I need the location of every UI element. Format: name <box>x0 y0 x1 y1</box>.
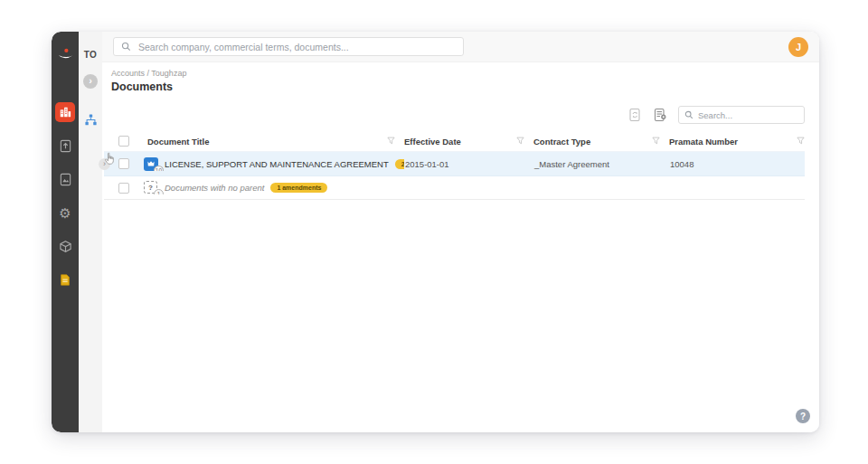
table-row[interactable]: ? 1 Documents with no parent 1 amendment… <box>104 176 805 200</box>
sidebar-item-companies[interactable] <box>55 102 75 122</box>
filter-icon[interactable] <box>387 137 395 147</box>
row-checkbox[interactable] <box>118 183 129 194</box>
document-image-icon <box>59 173 72 186</box>
sidebar-item-document-image[interactable] <box>55 169 75 189</box>
sidebar-item-packages[interactable] <box>55 236 75 256</box>
sidebar-item-settings[interactable]: ⚙ <box>55 203 75 223</box>
main-content: J Accounts / Toughzap Documents <box>102 32 819 432</box>
filter-icon[interactable] <box>652 137 660 147</box>
amendments-badge: 2 amendments <box>395 159 404 169</box>
search-icon <box>684 110 693 119</box>
app-window: ⚙ TO › <box>52 32 819 432</box>
row-checkbox[interactable] <box>118 158 129 169</box>
documents-table: Document Title Effective Date Contract T… <box>104 131 805 200</box>
page-title: Documents <box>111 80 819 93</box>
amendments-badge: 1 amendments <box>270 183 327 193</box>
document-settings-button[interactable] <box>653 108 667 122</box>
document-upload-icon <box>59 139 72 153</box>
col-effective-date: Effective Date <box>404 137 461 147</box>
help-button[interactable]: ? <box>796 409 810 423</box>
filter-icon[interactable] <box>797 137 805 147</box>
row-expand-button[interactable]: › <box>99 158 110 170</box>
sidebar-item-reports[interactable] <box>55 270 75 289</box>
cube-icon <box>59 240 72 253</box>
document-yellow-icon <box>59 273 71 287</box>
top-search-band: J <box>102 32 819 62</box>
table-search-box[interactable] <box>678 106 805 124</box>
document-refresh-icon <box>627 108 642 122</box>
global-search-box[interactable] <box>113 37 464 56</box>
pramata-number-cell: 10048 <box>669 159 805 169</box>
building-icon <box>59 106 71 118</box>
breadcrumb[interactable]: Accounts / Toughzap <box>111 69 819 78</box>
sidebar-item-document-upload[interactable] <box>55 136 75 156</box>
export-document-button[interactable] <box>627 108 642 122</box>
table-search-input[interactable] <box>698 110 798 120</box>
table-row[interactable]: › 10 LICENSE, SUPPORT AND MAINTENANCE AG… <box>104 151 805 176</box>
pramata-logo-icon[interactable] <box>55 44 75 64</box>
account-gutter: TO › <box>79 32 102 432</box>
document-title-link[interactable]: Documents with no parent <box>165 183 264 193</box>
page-header: Accounts / Toughzap Documents <box>102 62 819 93</box>
document-gear-icon <box>653 108 667 122</box>
col-contract-type: Contract Type <box>533 137 590 147</box>
expand-panel-button[interactable]: › <box>83 74 98 89</box>
document-title-link[interactable]: LICENSE, SUPPORT AND MAINTENANCE AGREEME… <box>165 159 389 169</box>
table-toolbar <box>102 106 805 124</box>
global-search-input[interactable] <box>138 42 456 52</box>
effective-date-cell: 2015-01-01 <box>404 159 533 169</box>
col-document-title: Document Title <box>147 137 209 147</box>
settings-gear-icon: ⚙ <box>59 206 71 220</box>
hierarchy-icon[interactable] <box>84 113 98 130</box>
account-abbrev: TO <box>84 50 98 60</box>
table-header-row: Document Title Effective Date Contract T… <box>104 131 805 151</box>
document-count-badge: 1 <box>154 189 164 194</box>
sidebar: ⚙ <box>52 32 79 432</box>
search-icon <box>121 42 131 52</box>
select-all-checkbox[interactable] <box>118 136 129 147</box>
col-pramata-number: Pramata Number <box>669 137 738 147</box>
document-count-badge: 10 <box>154 166 164 171</box>
filter-icon[interactable] <box>516 137 524 147</box>
contract-type-cell: _Master Agreement <box>533 159 669 169</box>
user-avatar[interactable]: J <box>788 37 808 57</box>
